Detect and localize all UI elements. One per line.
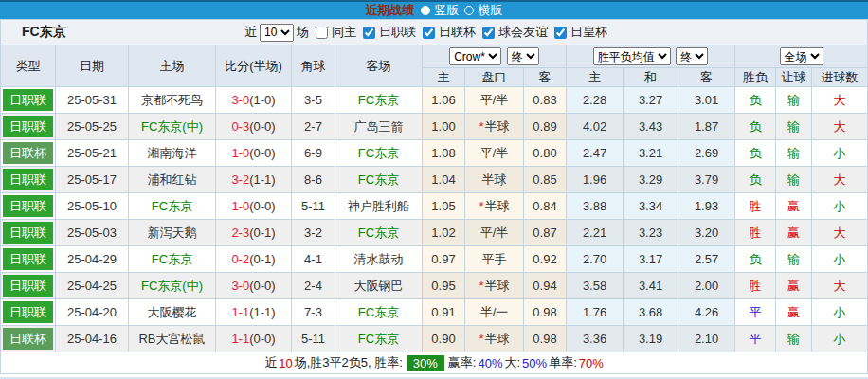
match-row: 日职联 25-05-17 浦和红钻 3-2(1-1) 8-6 FC东京 1.04… [1, 167, 868, 193]
handicap-result-cell: 输 [776, 246, 812, 273]
full-time-score: 1-1 [231, 332, 249, 346]
handicap-line-cell: *半球 [465, 273, 524, 299]
header-average-group: 胜平负均值 终 [567, 45, 735, 68]
league-type-badge: 日职联 [3, 275, 53, 297]
subheader-avg-draw: 和 [624, 68, 678, 87]
same-home-label: 同主 [332, 24, 356, 41]
league-filter-cup-label: 日联杯 [439, 24, 476, 41]
vertical-layout-label: 竖版 [435, 2, 460, 19]
full-time-score: 1-0 [231, 199, 249, 213]
subheader-avg-win: 主 [567, 68, 624, 87]
recent-results-panel: 近期战绩 竖版 横版 FC东京 近 10 场 同主 日职联 日联杯 球会友谊 日… [0, 0, 868, 379]
away-team-cell: 神户胜利船 [335, 193, 423, 220]
corners-cell: 4-1 [292, 246, 335, 273]
avg-draw-odds-cell: 3.21 [624, 140, 678, 167]
league-type-cell: 日联杯 [1, 326, 56, 352]
full-time-score: 2-3 [231, 226, 249, 240]
scope-select[interactable]: 全场 [780, 47, 823, 65]
handicap-line-cell: 平/半 [465, 220, 524, 246]
match-row: 日职联 25-04-29 FC东京 0-2(0-1) 4-1 清水鼓动 0.97… [1, 246, 868, 273]
full-time-score: 0-2 [231, 252, 249, 266]
handicap-home-odds-cell: 0.90 [423, 326, 465, 352]
recent-label: 近 [244, 24, 257, 41]
goals-over-under-cell: 小 [812, 193, 868, 220]
date-cell: 25-04-16 [56, 326, 129, 352]
handicap-result-cell: 输 [776, 140, 812, 167]
bookmaker-stage-select[interactable]: 终 [507, 47, 539, 65]
handicap-result-cell: 赢 [776, 220, 812, 246]
date-cell: 25-05-25 [56, 114, 129, 140]
handicap-home-odds-cell: 1.02 [423, 220, 465, 246]
handicap-away-odds-cell: 0.80 [524, 140, 567, 167]
league-filter-emperor-checkbox[interactable] [554, 27, 567, 39]
away-team-cell: 清水鼓动 [335, 246, 423, 273]
avg-lose-odds-cell: 1.93 [678, 193, 735, 220]
header-away: 客场 [335, 45, 423, 87]
average-stage-select[interactable]: 终 [676, 47, 708, 65]
recent-count-select[interactable]: 10 [260, 24, 294, 42]
avg-draw-odds-cell: 3.19 [624, 326, 678, 352]
goals-over-under-cell: 小 [812, 140, 868, 167]
avg-lose-odds-cell: 4.26 [678, 299, 735, 326]
result-cell: 负 [735, 246, 776, 273]
date-cell: 25-04-29 [56, 246, 129, 273]
handicap-away-odds-cell: 0.84 [524, 193, 567, 220]
bookmaker-select[interactable]: Crow* [449, 47, 501, 65]
league-filter-emperor-label: 日皇杯 [570, 24, 607, 41]
handicap-result-cell: 赢 [776, 299, 812, 326]
league-filter-friendly-checkbox[interactable] [482, 27, 495, 39]
date-cell: 25-04-25 [56, 273, 129, 299]
half-time-score: (1-0) [249, 93, 275, 107]
handicap-result-cell: 输 [776, 87, 812, 114]
result-cell: 平 [735, 326, 776, 352]
subheader-crow-away: 客 [524, 68, 567, 87]
vertical-layout-radio[interactable] [421, 6, 430, 15]
subheader-crow-home: 主 [423, 68, 465, 87]
avg-draw-odds-cell: 3.41 [624, 273, 678, 299]
goals-over-under-cell: 小 [812, 299, 868, 326]
handicap-away-odds-cell: 0.94 [524, 273, 567, 299]
league-type-badge: 日职联 [3, 195, 53, 217]
average-odds-select[interactable]: 胜平负均值 [593, 47, 671, 65]
avg-lose-odds-cell: 2.69 [678, 140, 735, 167]
league-type-cell: 日职联 [1, 114, 56, 140]
avg-win-odds-cell: 2.21 [567, 220, 624, 246]
corners-cell: 3-2 [292, 220, 335, 246]
handicap-line-cell: *半球 [465, 193, 524, 220]
home-team-cell: FC东京 [129, 193, 216, 220]
handicap-home-odds-cell: 0.97 [423, 246, 465, 273]
handicap-home-odds-cell: 0.91 [423, 299, 465, 326]
same-home-checkbox[interactable] [316, 27, 328, 39]
header-corner: 角球 [292, 45, 335, 87]
horizontal-layout-radio[interactable] [464, 6, 474, 15]
league-type-cell: 日职联 [1, 193, 56, 220]
result-cell: 平 [735, 299, 776, 326]
handicap-line-cell: 半/一 [465, 299, 524, 326]
match-row: 日职联 25-05-03 新泻天鹅 2-3(0-1) 3-2 FC东京 1.02… [1, 220, 868, 246]
half-time-score: (0-0) [249, 199, 275, 213]
header-date: 日期 [56, 45, 129, 87]
win-rate-badge: 30% [407, 355, 444, 371]
league-type-cell: 日职联 [1, 87, 56, 114]
handicap-line-cell: 平手 [465, 246, 524, 273]
full-time-score: 3-0 [231, 279, 249, 293]
summary-text: 近 [264, 354, 277, 371]
full-time-score: 0-3 [231, 119, 249, 134]
match-row: 日职联 25-05-10 FC东京 1-0(0-0) 5-11 神户胜利船 1.… [1, 193, 868, 220]
league-type-badge: 日职联 [3, 248, 53, 270]
layout-radio-group: 竖版 横版 [421, 2, 503, 19]
corners-cell: 7-3 [292, 299, 335, 326]
summary-text: 场,胜3平2负5, 胜率: [295, 354, 403, 371]
corners-cell: 3-5 [292, 87, 335, 114]
handicap-away-odds-cell: 0.92 [524, 246, 567, 273]
results-table: 类型 日期 主场 比分(半场) 角球 客场 Crow* 终 胜平负均值 终 全场 [0, 45, 868, 352]
home-team-cell: 大阪樱花 [129, 299, 216, 326]
summary-text: 大: [504, 354, 520, 371]
away-team-cell: 大阪钢巴 [335, 273, 423, 299]
league-filter-j1-checkbox[interactable] [363, 27, 375, 39]
league-filter-cup-checkbox[interactable] [423, 27, 435, 39]
subheader-result: 胜负 [735, 68, 776, 87]
corners-cell: 5-11 [292, 193, 335, 220]
league-type-cell: 日职联 [1, 273, 56, 299]
result-cell: 胜 [735, 193, 776, 220]
